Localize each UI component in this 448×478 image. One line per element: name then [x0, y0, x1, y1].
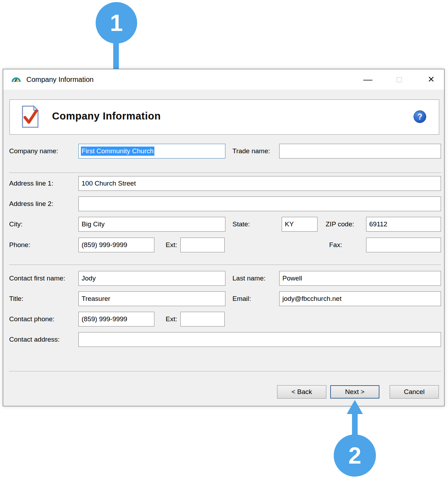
zip-code-label: ZIP code:	[326, 220, 354, 228]
company-name-label: Company name:	[9, 147, 58, 155]
step-2-arrow-line	[352, 413, 358, 436]
company-name-selected-text: First Community Church	[81, 147, 154, 156]
contact-ext-input[interactable]	[180, 312, 225, 327]
step-2-arrow-head-icon	[347, 400, 363, 414]
step-2-callout: 2	[334, 434, 376, 477]
window-title: Company Information	[26, 76, 94, 84]
fax-input[interactable]	[366, 238, 441, 252]
header-panel: Company Information ?	[9, 99, 439, 135]
contact-first-name-input[interactable]	[78, 271, 225, 286]
divider	[9, 173, 441, 173]
maximize-button[interactable]: □	[388, 69, 410, 90]
title-label: Title:	[9, 295, 23, 303]
state-label: State:	[232, 220, 250, 228]
phone-ext-input[interactable]	[180, 238, 225, 252]
zip-code-input[interactable]	[366, 217, 441, 232]
city-label: City:	[9, 220, 23, 228]
address-line-2-input[interactable]	[78, 196, 441, 211]
fax-label: Fax:	[329, 241, 342, 249]
divider	[9, 371, 441, 372]
contact-phone-input[interactable]	[78, 312, 154, 327]
trade-name-input[interactable]	[279, 144, 441, 159]
help-icon[interactable]: ?	[414, 110, 426, 123]
title-input[interactable]	[78, 291, 225, 306]
email-input[interactable]	[279, 291, 441, 306]
last-name-input[interactable]	[279, 271, 441, 286]
address-line-1-input[interactable]	[78, 176, 441, 191]
page-title: Company Information	[52, 110, 161, 122]
phone-ext-label: Ext:	[166, 241, 177, 249]
minimize-button[interactable]: —	[357, 69, 379, 90]
contact-ext-label: Ext:	[166, 315, 177, 323]
company-information-dialog: Company Information — □ ✕ Company Inform…	[3, 69, 444, 406]
back-button[interactable]: < Back	[277, 385, 326, 399]
divider	[9, 265, 441, 265]
trade-name-label: Trade name:	[232, 147, 270, 155]
address-line-1-label: Address line 1:	[9, 180, 53, 187]
cancel-button[interactable]: Cancel	[390, 385, 439, 399]
email-label: Email:	[232, 295, 251, 303]
titlebar: Company Information — □ ✕	[3, 69, 444, 90]
contact-phone-label: Contact phone:	[9, 315, 55, 323]
phone-input[interactable]	[78, 238, 154, 252]
phone-label: Phone:	[9, 241, 30, 249]
close-button[interactable]: ✕	[420, 69, 442, 90]
contact-address-label: Contact address:	[9, 336, 60, 343]
last-name-label: Last name:	[232, 274, 265, 282]
address-line-2-label: Address line 2:	[9, 200, 53, 208]
state-input[interactable]	[282, 217, 318, 232]
step-1-callout: 1	[96, 2, 137, 44]
company-name-input[interactable]: First Community Church	[78, 144, 225, 159]
contact-first-name-label: Contact first name:	[9, 274, 65, 282]
app-logo-icon	[11, 74, 21, 85]
document-check-icon	[20, 105, 40, 129]
contact-address-input[interactable]	[78, 332, 441, 347]
next-button[interactable]: Next >	[330, 385, 379, 399]
city-input[interactable]	[78, 217, 225, 232]
